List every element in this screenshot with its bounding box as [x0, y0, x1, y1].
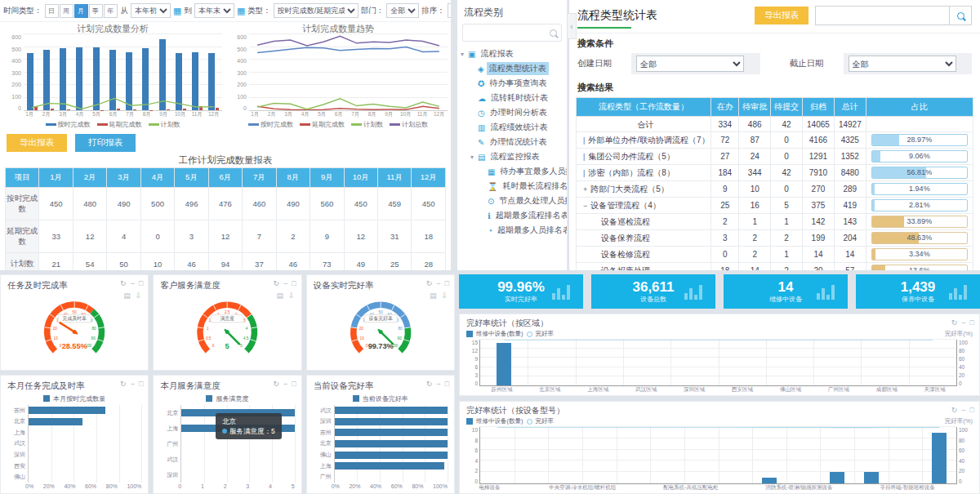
clipboard-icon[interactable]: ▤	[277, 292, 284, 300]
tree-item-节点最久处理人员排名表[interactable]: ⊙节点最久处理人员排名表	[457, 194, 567, 208]
maximize-icon[interactable]: □	[970, 318, 974, 327]
tree-item-流程监控报表[interactable]: ▾▤流程监控报表	[457, 149, 567, 164]
tree-item-流程类型统计表[interactable]: ◈流程类型统计表	[457, 61, 567, 76]
time-granularity-button-日[interactable]: 日	[45, 4, 59, 18]
tree-item-超期最多流程排名表[interactable]: ℹ超期最多流程排名表	[457, 208, 567, 223]
tree-item-待办事宜最多人员排名表[interactable]: ▦待办事宜最多人员排名表	[457, 164, 567, 179]
tree-item-流程报表[interactable]: ▾▣流程报表	[457, 47, 567, 61]
count-cell: 42	[771, 117, 803, 132]
count-cell: 375	[803, 198, 835, 214]
x-tick	[639, 484, 663, 492]
x-tick: 7月	[122, 111, 139, 119]
category-label: 上海	[320, 462, 332, 470]
refresh-icon[interactable]: ↻	[120, 380, 127, 388]
bar[interactable]	[335, 440, 448, 447]
expand-toggle[interactable]: +	[583, 185, 587, 194]
created-date-select[interactable]: 全部	[636, 56, 744, 72]
plan-trend-title: 计划完成数量趋势	[229, 23, 448, 34]
download-icon[interactable]: ⇩	[136, 292, 142, 300]
x-tick: 11月	[189, 111, 206, 119]
time-granularity-button-年[interactable]: 年	[104, 4, 118, 18]
tree-item-待办事项查询表[interactable]: ✪待办事项查询表	[457, 76, 567, 91]
bar-chart-icon	[684, 283, 706, 300]
print-report-button[interactable]: 打印报表	[75, 134, 136, 152]
tree-search[interactable]	[462, 24, 562, 42]
refresh-icon[interactable]: ↻	[426, 279, 433, 287]
download-icon[interactable]: ⇩	[441, 292, 448, 300]
tree-item-超期最多人员排名表[interactable]: ◔超期最多人员排名表	[457, 223, 567, 238]
maximize-icon[interactable]: □	[970, 406, 974, 414]
minimize-icon[interactable]: −	[436, 380, 440, 388]
refresh-icon[interactable]: ↻	[120, 279, 127, 287]
export-button[interactable]: 导出报表	[755, 7, 808, 24]
tree-item-办理情况统计表[interactable]: ✎办理情况统计表	[457, 135, 567, 149]
maximize-icon[interactable]: □	[445, 380, 449, 388]
collapse-handle[interactable]: ‹	[567, 13, 577, 39]
expand-toggle[interactable]: −	[583, 202, 587, 210]
plot-area	[28, 405, 141, 483]
calendar-icon[interactable]: ▦	[237, 6, 245, 16]
from-select[interactable]: 本年初	[131, 3, 171, 18]
minimize-icon[interactable]: −	[961, 318, 965, 327]
to-select[interactable]: 本年末	[194, 3, 234, 18]
maximize-icon[interactable]: □	[445, 279, 449, 287]
refresh-icon[interactable]: ↻	[273, 279, 279, 287]
time-granularity-button-季[interactable]: 季	[89, 4, 103, 18]
cell-value: 459	[377, 188, 411, 220]
bar[interactable]	[29, 418, 82, 425]
refresh-icon[interactable]: ↻	[273, 380, 279, 388]
expand-caret-icon[interactable]: ▾	[461, 51, 468, 58]
legend-label: 计划总数	[402, 121, 428, 128]
dept-select[interactable]: 全部	[386, 3, 419, 18]
column-header: 在办	[711, 98, 739, 117]
tree-item-label: 办理时间分析表	[488, 106, 550, 119]
export-report-button[interactable]: 导出报表	[7, 134, 67, 152]
tree-item-办理时间分析表[interactable]: ◷办理时间分析表	[457, 105, 567, 120]
clipboard-icon[interactable]: ▤	[430, 292, 437, 300]
tree-item-流转耗时统计表[interactable]: ☁流转耗时统计表	[457, 91, 567, 105]
refresh-icon[interactable]: ↻	[426, 380, 433, 388]
process-search-input[interactable]	[816, 11, 949, 20]
minimize-icon[interactable]: −	[131, 380, 135, 388]
refresh-icon[interactable]: ↻	[951, 406, 958, 414]
minimize-icon[interactable]: −	[436, 279, 440, 287]
maximize-icon[interactable]: □	[292, 279, 296, 287]
deadline-select[interactable]: 全部	[849, 56, 956, 72]
clipboard-icon[interactable]: ▤	[123, 292, 131, 300]
maximize-icon[interactable]: □	[139, 380, 143, 388]
time-granularity-button-月[interactable]: 月	[74, 4, 88, 18]
cell-value: 450	[39, 188, 73, 220]
search-icon[interactable]	[949, 7, 971, 24]
x-tick	[935, 484, 959, 492]
x-tick: 电梯设备	[478, 484, 501, 492]
calendar-icon[interactable]: ▦	[173, 6, 181, 16]
tree-title: 流程类别	[457, 0, 567, 24]
tree-item-耗时最长流程排名表[interactable]: ⌛耗时最长流程排名表	[457, 179, 567, 194]
minimize-icon[interactable]: −	[961, 406, 965, 414]
minimize-icon[interactable]: −	[283, 279, 287, 287]
process-name: −设备管理流程（4）	[577, 198, 711, 214]
maximize-icon[interactable]: □	[139, 279, 143, 287]
sort-select[interactable]: 按时间排序	[448, 3, 451, 18]
minimize-icon[interactable]: −	[131, 279, 135, 287]
maximize-icon[interactable]: □	[292, 380, 296, 388]
bar[interactable]	[335, 418, 448, 425]
time-granularity-button-周[interactable]: 周	[60, 4, 74, 18]
bar[interactable]	[335, 452, 448, 459]
bar[interactable]	[335, 462, 444, 470]
bar[interactable]	[29, 407, 105, 414]
tree-item-label: 流程报表	[478, 47, 515, 60]
bar[interactable]	[335, 429, 448, 436]
tree-item-流程绩效统计表[interactable]: ▥流程绩效统计表	[457, 120, 567, 135]
deadline-label: 截止日期	[790, 58, 844, 69]
minimize-icon[interactable]: −	[283, 380, 287, 388]
refresh-icon[interactable]: ↻	[951, 318, 958, 327]
legend-label: 本月按时完成数量	[53, 394, 105, 403]
tree-search-input[interactable]	[467, 28, 550, 38]
bar[interactable]	[335, 407, 448, 414]
svg-text:50: 50	[73, 310, 78, 314]
expand-caret-icon[interactable]: ▾	[470, 154, 478, 161]
process-row: |集团公司办件流程（5）27240129113529.06%	[577, 149, 973, 165]
download-icon[interactable]: ⇩	[288, 292, 295, 300]
type-select[interactable]: 按时完成数/延期完成数据	[274, 3, 359, 18]
